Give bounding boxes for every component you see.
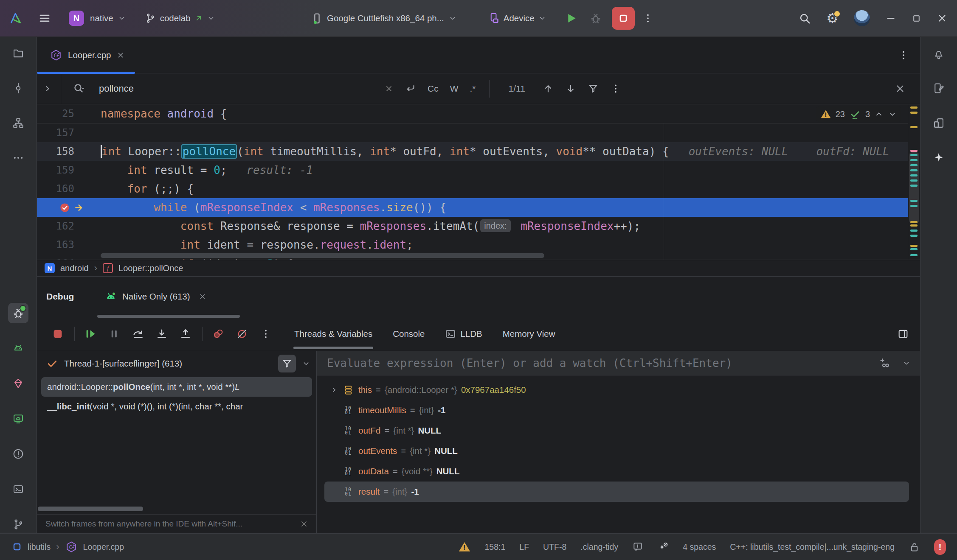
run-button[interactable]: [564, 11, 578, 25]
main-menu-button[interactable]: [38, 12, 51, 25]
variable-row[interactable]: 1001result={int}-1: [324, 482, 909, 502]
chevron-down-icon[interactable]: [207, 14, 215, 22]
unlocked-icon[interactable]: [909, 541, 920, 553]
code-line[interactable]: 160 for (;;) {: [37, 179, 920, 198]
next-match-button[interactable]: [565, 83, 576, 94]
search-everywhere-button[interactable]: [798, 12, 811, 25]
newline-icon[interactable]: [405, 83, 416, 94]
code-line[interactable]: 163 int ident = response.request.ident;: [37, 235, 920, 254]
devices-icon[interactable]: [929, 113, 949, 133]
stripe-mark[interactable]: [910, 221, 918, 223]
code-line[interactable]: 157: [37, 123, 920, 142]
filter-search-button[interactable]: [588, 83, 599, 94]
stripe-mark[interactable]: [910, 169, 918, 171]
debug-session-tab[interactable]: Native Only (613): [105, 291, 207, 302]
step-out-button[interactable]: [176, 324, 195, 344]
evaluate-expression-bar[interactable]: Evaluate expression (Enter) or add a wat…: [317, 351, 920, 375]
avatar[interactable]: [854, 10, 870, 26]
gem-icon[interactable]: [8, 373, 28, 394]
chevron-down-icon[interactable]: [302, 359, 310, 368]
words-toggle[interactable]: W: [450, 84, 459, 94]
line-number[interactable]: 162: [37, 217, 101, 235]
branch-gray-icon[interactable]: [8, 514, 28, 535]
thread-selector[interactable]: Thread-1-[surfaceflinger] (613): [37, 351, 316, 375]
search-input[interactable]: pollonce: [99, 83, 134, 94]
status-module[interactable]: libutils: [28, 542, 51, 552]
stripe-mark[interactable]: [910, 154, 918, 156]
step-into-button[interactable]: [152, 324, 172, 344]
evaluate-input[interactable]: Evaluate expression (Enter) or add a wat…: [327, 357, 868, 370]
breakpoint-gutter[interactable]: [37, 198, 101, 217]
minimize-button[interactable]: [885, 13, 896, 24]
file-encoding[interactable]: UTF-8: [543, 542, 566, 552]
stripe-mark[interactable]: [910, 164, 918, 166]
settings-button[interactable]: ⚙: [826, 11, 839, 25]
chevron-down-icon[interactable]: [902, 359, 911, 367]
android-icon[interactable]: [8, 338, 28, 358]
resume-button[interactable]: [81, 324, 100, 344]
error-notification-badge[interactable]: !: [934, 539, 946, 555]
tab-options-button[interactable]: [898, 50, 909, 61]
search-options-button[interactable]: [610, 83, 621, 94]
expand-search-icon[interactable]: [43, 84, 52, 93]
project-selector[interactable]: native: [90, 13, 113, 23]
code-line[interactable]: 158int Looper::pollOnce(int timeoutMilli…: [37, 142, 920, 161]
clang-tidy-widget[interactable]: .clang-tidy: [580, 542, 618, 552]
analysis-warning-icon[interactable]: [458, 540, 471, 553]
code-line[interactable]: 162 const Response& response = mResponse…: [37, 217, 920, 235]
add-watch-icon[interactable]: [879, 357, 891, 369]
variable-row[interactable]: 1001outData={void **}NULL: [324, 461, 909, 482]
chevron-down-icon[interactable]: [448, 14, 457, 22]
commit-icon[interactable]: [8, 78, 28, 98]
variable-row[interactable]: 1001outFd={int *}NULL: [324, 420, 909, 441]
bell-icon[interactable]: [929, 43, 949, 64]
line-number[interactable]: 163: [37, 235, 101, 254]
chevron-down-icon[interactable]: [118, 14, 126, 22]
code-line[interactable]: while (mResponseIndex < mResponses.size(…: [37, 198, 920, 217]
close-search-icon[interactable]: [895, 83, 906, 94]
stripe-mark[interactable]: [910, 245, 918, 247]
stop-debug-button[interactable]: [48, 324, 68, 344]
clear-search-icon[interactable]: [384, 84, 394, 93]
stripe-mark[interactable]: [910, 112, 918, 114]
match-case-toggle[interactable]: Cc: [428, 84, 439, 94]
caret-position[interactable]: 158:1: [485, 542, 506, 552]
build-config-widget[interactable]: C++: libutils_test_compile|...unk_stagin…: [730, 542, 895, 552]
stripe-mark[interactable]: [910, 205, 918, 207]
prev-match-button[interactable]: [543, 83, 554, 94]
debug-panel-title[interactable]: Debug: [46, 291, 97, 302]
alert-icon[interactable]: [8, 444, 28, 464]
debug-tab-console[interactable]: Console: [393, 316, 425, 351]
stripe-mark[interactable]: [910, 126, 918, 128]
run-config-selector[interactable]: Adevice: [504, 13, 535, 23]
stripe-mark[interactable]: [910, 230, 918, 232]
tab-looper-cpp[interactable]: C Looper.cpp: [37, 37, 135, 73]
stripe-thumb[interactable]: [909, 152, 919, 223]
session-close-icon[interactable]: [198, 292, 207, 301]
hide-frames-filter-button[interactable]: [278, 355, 296, 372]
prev-problem-icon[interactable]: [874, 109, 884, 119]
code-editor[interactable]: 25namespace android { 157158int Looper::…: [37, 104, 920, 260]
tab-close-icon[interactable]: [116, 51, 125, 59]
project-badge[interactable]: N: [69, 11, 84, 26]
ai-assist-off-icon[interactable]: [657, 541, 669, 553]
device-android-icon[interactable]: [8, 409, 28, 429]
chevron-down-icon[interactable]: [538, 14, 546, 22]
frames-hscrollbar[interactable]: [38, 507, 143, 511]
error-stripe[interactable]: [908, 104, 920, 260]
breadcrumb-item[interactable]: Looper::pollOnce: [118, 263, 183, 273]
status-file[interactable]: Looper.cpp: [83, 542, 124, 552]
close-button[interactable]: [937, 13, 948, 24]
line-number[interactable]: 25: [37, 104, 101, 123]
stripe-mark[interactable]: [910, 248, 918, 250]
debug-tab-lldb[interactable]: LLDB: [445, 316, 482, 351]
expand-chevron-icon[interactable]: [328, 386, 341, 394]
folder-icon[interactable]: [8, 43, 28, 64]
debug-button[interactable]: [590, 12, 602, 24]
variable-row[interactable]: 1001outEvents={int *}NULL: [324, 441, 909, 461]
terminal-icon[interactable]: [8, 479, 28, 499]
line-number[interactable]: 157: [37, 123, 101, 142]
stripe-mark[interactable]: [910, 179, 918, 182]
regex-toggle[interactable]: .*: [470, 84, 476, 94]
mute-breakpoints-button[interactable]: [232, 324, 252, 344]
